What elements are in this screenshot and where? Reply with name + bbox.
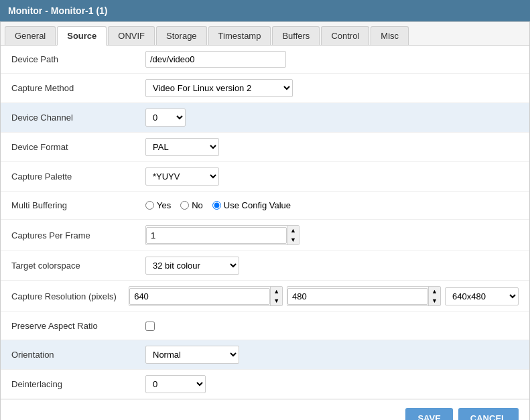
device-path-input[interactable] [145, 51, 286, 68]
target-colorspace-select[interactable]: 32 bit colour24 bit colour16 bit colour8… [145, 257, 239, 275]
device-channel-select[interactable]: 0123 [145, 109, 186, 127]
device-format-select[interactable]: PALNTSCSECAM [145, 138, 219, 156]
captures-per-frame-control: ▲ ▼ [145, 225, 519, 245]
spinner-buttons: ▲ ▼ [287, 226, 299, 244]
capture-resolution-control: ▲ ▼ ▲ ▼ 640x480320x2401280x7201920x1080 [129, 286, 519, 306]
res-height-down-btn[interactable]: ▼ [429, 296, 440, 305]
target-colorspace-control: 32 bit colour24 bit colour16 bit colour8… [145, 257, 519, 275]
device-format-control: PALNTSCSECAM [145, 138, 519, 156]
spinner-up-btn[interactable]: ▲ [287, 226, 299, 235]
capture-method-row: Capture Method Video For Linux version 2… [1, 74, 529, 103]
captures-per-frame-spinner: ▲ ▼ [145, 225, 300, 245]
capture-palette-control: *YUYVYUVRGB [145, 167, 519, 186]
res-height-up-btn[interactable]: ▲ [429, 287, 440, 296]
orientation-control: NormalRotate 90°Rotate 180°Rotate 270°Fl… [145, 346, 519, 364]
preserve-aspect-checkbox[interactable] [145, 322, 155, 331]
radio-config[interactable] [212, 201, 221, 210]
target-colorspace-row: Target colorspace 32 bit colour24 bit co… [1, 251, 529, 281]
tab-buffers[interactable]: Buffers [272, 26, 320, 45]
spinner-down-btn[interactable]: ▼ [287, 235, 299, 244]
device-path-row: Device Path [1, 46, 529, 74]
captures-per-frame-row: Captures Per Frame ▲ ▼ [1, 220, 529, 251]
tabs-bar: GeneralSourceONVIFStorageTimestampBuffer… [1, 22, 529, 46]
capture-palette-row: Capture Palette *YUYVYUVRGB [1, 162, 529, 192]
radio-no-label[interactable]: No [180, 200, 203, 210]
deinterlacing-select[interactable]: 012345 [145, 375, 206, 393]
orientation-label: Orientation [11, 350, 145, 360]
capture-method-label: Capture Method [11, 83, 145, 93]
device-format-row: Device Format PALNTSCSECAM [1, 133, 529, 162]
resolution-group: ▲ ▼ ▲ ▼ 640x480320x2401280x7201920x1080 [129, 286, 519, 306]
device-path-label: Device Path [11, 54, 145, 64]
titlebar: Monitor - Monitor-1 (1) [0, 0, 530, 21]
form-content: Device Path Capture Method Video For Lin… [1, 46, 529, 399]
target-colorspace-label: Target colorspace [11, 261, 145, 271]
cancel-button[interactable]: CANCEL [458, 408, 519, 420]
radio-config-text: Use Config Value [224, 200, 291, 210]
save-button[interactable]: SAVE [405, 408, 452, 420]
res-width-spinner-buttons: ▲ ▼ [270, 287, 282, 305]
multi-buffering-radio-group: Yes No Use Config Value [145, 200, 291, 210]
radio-no-text: No [192, 200, 203, 210]
device-channel-label: Device Channel [11, 113, 145, 123]
radio-config-label[interactable]: Use Config Value [212, 200, 291, 210]
res-height-spinner: ▲ ▼ [287, 286, 441, 306]
radio-yes-text: Yes [157, 200, 171, 210]
captures-per-frame-label: Captures Per Frame [11, 230, 145, 240]
capture-method-control: Video For Linux version 2Video For Linux… [145, 79, 519, 97]
tab-source[interactable]: Source [57, 26, 107, 46]
footer: SAVE CANCEL [1, 399, 529, 420]
res-height-spinner-buttons: ▲ ▼ [428, 287, 440, 305]
preserve-aspect-row: Preserve Aspect Ratio [1, 312, 529, 340]
device-channel-row: Device Channel 0123 [1, 103, 529, 133]
tab-control[interactable]: Control [321, 26, 369, 45]
res-width-spinner: ▲ ▼ [129, 286, 283, 306]
tab-general[interactable]: General [5, 26, 56, 45]
title-text: Monitor - Monitor-1 (1) [8, 5, 108, 16]
multi-buffering-row: Multi Buffering Yes No Use Config Value [1, 192, 529, 220]
tab-onvif[interactable]: ONVIF [108, 26, 155, 45]
orientation-select[interactable]: NormalRotate 90°Rotate 180°Rotate 270°Fl… [145, 346, 239, 364]
res-width-input[interactable] [129, 288, 270, 305]
radio-no[interactable] [180, 201, 189, 210]
orientation-row: Orientation NormalRotate 90°Rotate 180°R… [1, 340, 529, 370]
deinterlacing-control: 012345 [145, 375, 519, 393]
preserve-aspect-label: Preserve Aspect Ratio [11, 321, 145, 331]
capture-method-select[interactable]: Video For Linux version 2Video For Linux… [145, 79, 293, 97]
tab-misc[interactable]: Misc [371, 26, 409, 45]
capture-palette-label: Capture Palette [11, 171, 145, 182]
capture-palette-select[interactable]: *YUYVYUVRGB [145, 167, 219, 186]
multi-buffering-control: Yes No Use Config Value [145, 200, 519, 210]
tab-storage[interactable]: Storage [156, 26, 207, 45]
tab-timestamp[interactable]: Timestamp [208, 26, 271, 45]
res-preset-select[interactable]: 640x480320x2401280x7201920x1080 [445, 287, 519, 305]
main-container: GeneralSourceONVIFStorageTimestampBuffer… [0, 21, 530, 420]
radio-yes-label[interactable]: Yes [145, 200, 171, 210]
res-width-up-btn[interactable]: ▲ [271, 287, 282, 296]
preserve-aspect-control [145, 322, 519, 331]
res-width-down-btn[interactable]: ▼ [271, 296, 282, 305]
multi-buffering-label: Multi Buffering [11, 200, 145, 210]
deinterlacing-row: Deinterlacing 012345 [1, 370, 529, 399]
captures-per-frame-input[interactable] [146, 227, 287, 244]
device-path-control [145, 51, 519, 68]
capture-resolution-row: Capture Resolution (pixels) ▲ ▼ ▲ [1, 281, 529, 312]
deinterlacing-label: Deinterlacing [11, 379, 145, 389]
device-channel-control: 0123 [145, 109, 519, 127]
radio-yes[interactable] [145, 201, 154, 210]
device-format-label: Device Format [11, 142, 145, 152]
capture-resolution-label: Capture Resolution (pixels) [11, 291, 129, 301]
res-height-input[interactable] [287, 288, 428, 305]
